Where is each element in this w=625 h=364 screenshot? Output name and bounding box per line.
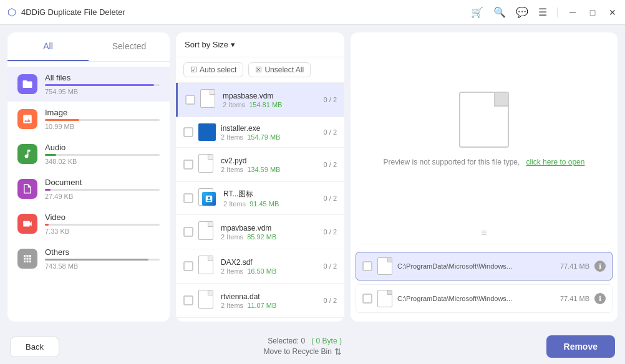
drag-handle[interactable]: ≡	[358, 225, 610, 241]
others-name: Others	[45, 247, 160, 257]
sidebar: All Selected All files 754.95 MB	[7, 32, 170, 322]
file-icon	[198, 221, 216, 242]
list-item[interactable]: DAX2...	[176, 318, 344, 322]
dup-path: C:\ProgramData\Microsoft\Windows...	[397, 262, 555, 270]
list-item[interactable]: rtvienna.dat 2 Items 11.07 MB 0 / 2	[176, 284, 344, 318]
move-to-recycle-label: Move to Recycle Bin	[264, 347, 332, 356]
recycle-arrows-icon[interactable]: ⇅	[334, 347, 342, 357]
list-item[interactable]: RT...图标 2 Items 91.45 MB 0 / 2	[176, 182, 344, 215]
file-count: 0 / 2	[324, 297, 337, 304]
move-to-recycle: Move to Recycle Bin ⇅	[264, 347, 342, 357]
unselect-all-button[interactable]: ☒ Unselect All	[248, 62, 311, 77]
all-files-bar	[45, 84, 160, 86]
minimize-btn[interactable]: ─	[568, 7, 578, 17]
others-bar	[45, 259, 160, 261]
center-header: Sort by Size ▾	[176, 32, 344, 57]
file-checkbox[interactable]	[185, 95, 195, 105]
preview-area: Preview is not supported for this file t…	[351, 32, 618, 225]
file-info: RT...图标 2 Items 91.45 MB	[223, 189, 319, 208]
file-checkbox[interactable]	[183, 261, 193, 271]
sidebar-item-all-files[interactable]: All files 754.95 MB	[7, 67, 170, 102]
dup-info-icon[interactable]: ℹ	[594, 261, 606, 272]
file-count: 0 / 2	[324, 262, 337, 270]
right-panel: Preview is not supported for this file t…	[351, 32, 618, 322]
sidebar-item-audio[interactable]: Audio 348.02 KB	[7, 136, 170, 171]
file-name: mpavbase.vdm	[221, 224, 319, 232]
file-icon	[198, 256, 216, 277]
menu-icon[interactable]: ☰	[538, 6, 547, 18]
audio-bar	[45, 154, 160, 156]
dup-size: 77.41 MB	[560, 295, 589, 302]
duplicate-item[interactable]: C:\ProgramData\Microsoft\Windows... 77.4…	[356, 284, 613, 313]
file-name: installer.exe	[221, 124, 319, 133]
others-info: Others 743.58 MB	[45, 247, 160, 270]
file-meta: 2 Items 11.07 MB	[221, 302, 319, 309]
main-container: All Selected All files 754.95 MB	[0, 25, 625, 329]
list-item[interactable]: mpasbase.vdm 2 Items 154.81 MB 0 / 2	[176, 83, 344, 117]
file-checkbox[interactable]	[183, 295, 193, 305]
list-item[interactable]: mpavbase.vdm 2 Items 85.92 MB 0 / 2	[176, 215, 344, 249]
back-button[interactable]: Back	[10, 337, 59, 357]
sort-button[interactable]: Sort by Size ▾	[185, 40, 235, 49]
dup-path: C:\ProgramData\Microsoft\Windows...	[397, 295, 555, 302]
file-count: 0 / 2	[324, 228, 337, 236]
list-item[interactable]: DAX2.sdf 2 Items 16.50 MB 0 / 2	[176, 249, 344, 284]
file-name: RT...图标	[223, 189, 319, 199]
document-info: Document 27.49 KB	[45, 178, 160, 200]
file-checkbox[interactable]	[183, 193, 193, 203]
divider	[358, 244, 610, 244]
dup-info-icon[interactable]: ℹ	[594, 293, 606, 304]
list-item[interactable]: installer.exe 2 Items 154.79 MB 0 / 2	[176, 117, 344, 148]
file-name: DAX2.sdf	[221, 258, 319, 267]
file-name: mpasbase.vdm	[223, 92, 319, 100]
file-checkbox[interactable]	[183, 160, 193, 170]
tab-all[interactable]: All	[7, 32, 89, 61]
action-bar: ☑ Auto select ☒ Unselect All	[176, 57, 344, 83]
document-size: 27.49 KB	[45, 193, 160, 200]
tab-bar: All Selected	[7, 32, 170, 62]
file-info: rtvienna.dat 2 Items 11.07 MB	[221, 292, 319, 309]
duplicate-list: C:\ProgramData\Microsoft\Windows... 77.4…	[351, 247, 618, 322]
tab-selected[interactable]: Selected	[89, 32, 170, 61]
unselect-icon: ☒	[255, 65, 262, 74]
audio-size: 348.02 KB	[45, 158, 160, 165]
file-meta: 2 Items 154.79 MB	[221, 133, 319, 141]
remove-button[interactable]: Remove	[546, 335, 615, 358]
file-info: cv2.pyd 2 Items 134.59 MB	[221, 156, 319, 173]
file-checkbox[interactable]	[183, 127, 193, 137]
audio-icon	[17, 144, 37, 164]
sidebar-item-others[interactable]: Others 743.58 MB	[7, 241, 170, 276]
dup-checkbox[interactable]	[362, 294, 372, 304]
file-meta: 2 Items 16.50 MB	[221, 267, 319, 275]
maximize-btn[interactable]: □	[588, 7, 598, 17]
duplicate-item[interactable]: C:\ProgramData\Microsoft\Windows... 77.4…	[356, 252, 613, 280]
file-meta: 2 Items 154.81 MB	[223, 101, 319, 108]
all-files-info: All files 754.95 MB	[45, 73, 160, 95]
search-icon[interactable]: 🔍	[493, 6, 506, 18]
file-meta: 2 Items 91.45 MB	[223, 200, 319, 208]
selected-label: Selected:	[268, 337, 299, 345]
sidebar-item-video[interactable]: Video 7.33 KB	[7, 206, 170, 241]
dup-checkbox[interactable]	[362, 261, 372, 271]
image-bar	[45, 119, 160, 121]
file-count: 0 / 2	[324, 194, 337, 202]
preview-open-link[interactable]: click here to open	[526, 158, 584, 166]
all-files-size: 754.95 MB	[45, 88, 160, 95]
sidebar-item-image[interactable]: Image 10.99 MB	[7, 102, 170, 136]
cart-icon[interactable]: 🛒	[471, 6, 483, 18]
close-btn[interactable]: ✕	[608, 7, 618, 17]
dup-size: 77.41 MB	[560, 262, 589, 270]
sidebar-item-document[interactable]: Document 27.49 KB	[7, 171, 170, 206]
auto-select-button[interactable]: ☑ Auto select	[183, 62, 243, 77]
file-icon	[198, 290, 216, 311]
title-bar-controls: 🛒 🔍 💬 ☰ ─ □ ✕	[471, 6, 618, 18]
file-name: cv2.pyd	[221, 156, 319, 165]
list-item[interactable]: cv2.pyd 2 Items 134.59 MB 0 / 2	[176, 148, 344, 182]
file-checkbox[interactable]	[183, 227, 193, 237]
chat-icon[interactable]: 💬	[516, 6, 528, 18]
audio-name: Audio	[45, 143, 160, 152]
auto-select-icon: ☑	[190, 65, 197, 74]
selected-count: 0	[301, 337, 306, 345]
all-files-icon	[17, 74, 37, 94]
others-size: 743.58 MB	[45, 262, 160, 270]
